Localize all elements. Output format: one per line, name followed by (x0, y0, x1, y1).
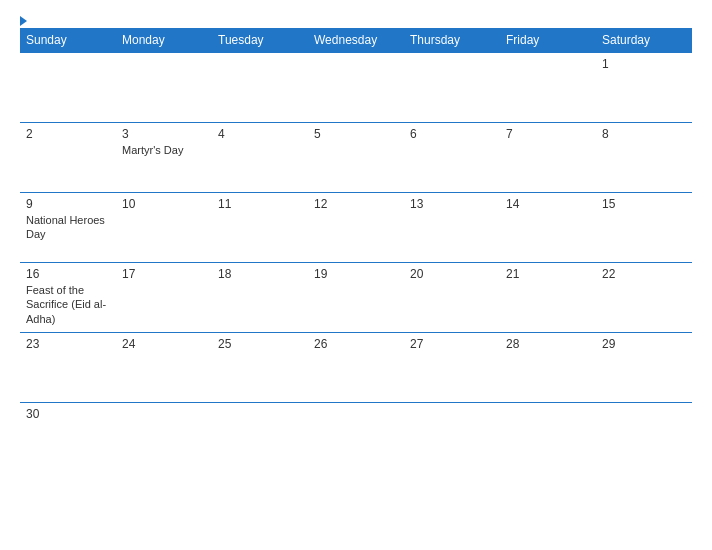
day-number: 22 (602, 267, 686, 281)
logo (20, 16, 29, 26)
calendar-cell (308, 53, 404, 123)
day-number: 26 (314, 337, 398, 351)
weekday-header-monday: Monday (116, 28, 212, 53)
calendar-cell: 28 (500, 333, 596, 403)
calendar-cell: 19 (308, 263, 404, 333)
day-number: 4 (218, 127, 302, 141)
day-number: 13 (410, 197, 494, 211)
day-number: 16 (26, 267, 110, 281)
calendar-cell: 5 (308, 123, 404, 193)
event-text: Martyr's Day (122, 144, 183, 156)
weekday-header-row: SundayMondayTuesdayWednesdayThursdayFrid… (20, 28, 692, 53)
week-row-4: 16Feast of the Sacrifice (Eid al-Adha)17… (20, 263, 692, 333)
weekday-header-friday: Friday (500, 28, 596, 53)
calendar-cell: 1 (596, 53, 692, 123)
week-row-6: 30 (20, 403, 692, 473)
calendar-cell: 21 (500, 263, 596, 333)
weekday-header-tuesday: Tuesday (212, 28, 308, 53)
day-number: 12 (314, 197, 398, 211)
calendar-cell: 9National Heroes Day (20, 193, 116, 263)
week-row-5: 23242526272829 (20, 333, 692, 403)
day-number: 1 (602, 57, 686, 71)
day-number: 8 (602, 127, 686, 141)
calendar-cell: 23 (20, 333, 116, 403)
calendar-cell (404, 403, 500, 473)
day-number: 30 (26, 407, 110, 421)
calendar-cell (212, 53, 308, 123)
weekday-header-wednesday: Wednesday (308, 28, 404, 53)
calendar-cell (116, 53, 212, 123)
calendar-cell: 13 (404, 193, 500, 263)
day-number: 28 (506, 337, 590, 351)
weekday-header-thursday: Thursday (404, 28, 500, 53)
day-number: 25 (218, 337, 302, 351)
day-number: 29 (602, 337, 686, 351)
calendar-cell: 20 (404, 263, 500, 333)
calendar-cell: 27 (404, 333, 500, 403)
calendar-cell (20, 53, 116, 123)
day-number: 15 (602, 197, 686, 211)
calendar-cell: 15 (596, 193, 692, 263)
logo-blue-text (20, 16, 29, 26)
calendar-cell (212, 403, 308, 473)
day-number: 18 (218, 267, 302, 281)
calendar-cell (500, 53, 596, 123)
calendar-cell: 10 (116, 193, 212, 263)
calendar-cell: 22 (596, 263, 692, 333)
calendar-cell: 4 (212, 123, 308, 193)
day-number: 21 (506, 267, 590, 281)
week-row-1: 1 (20, 53, 692, 123)
calendar-cell: 17 (116, 263, 212, 333)
weekday-header-sunday: Sunday (20, 28, 116, 53)
calendar-cell (500, 403, 596, 473)
day-number: 24 (122, 337, 206, 351)
calendar-cell: 7 (500, 123, 596, 193)
event-text: National Heroes Day (26, 214, 105, 240)
day-number: 3 (122, 127, 206, 141)
calendar-table: SundayMondayTuesdayWednesdayThursdayFrid… (20, 28, 692, 473)
day-number: 10 (122, 197, 206, 211)
day-number: 9 (26, 197, 110, 211)
calendar-cell: 29 (596, 333, 692, 403)
calendar-cell: 14 (500, 193, 596, 263)
week-row-3: 9National Heroes Day101112131415 (20, 193, 692, 263)
calendar-cell: 2 (20, 123, 116, 193)
day-number: 23 (26, 337, 110, 351)
day-number: 14 (506, 197, 590, 211)
day-number: 11 (218, 197, 302, 211)
day-number: 19 (314, 267, 398, 281)
day-number: 27 (410, 337, 494, 351)
day-number: 20 (410, 267, 494, 281)
calendar-cell: 8 (596, 123, 692, 193)
calendar-cell: 30 (20, 403, 116, 473)
calendar-cell (308, 403, 404, 473)
calendar-cell: 11 (212, 193, 308, 263)
calendar-cell: 26 (308, 333, 404, 403)
calendar-cell: 3Martyr's Day (116, 123, 212, 193)
day-number: 17 (122, 267, 206, 281)
day-number: 5 (314, 127, 398, 141)
day-number: 2 (26, 127, 110, 141)
calendar-cell (116, 403, 212, 473)
calendar-cell: 24 (116, 333, 212, 403)
calendar-cell: 18 (212, 263, 308, 333)
week-row-2: 23Martyr's Day45678 (20, 123, 692, 193)
day-number: 7 (506, 127, 590, 141)
calendar-cell (404, 53, 500, 123)
calendar-cell: 25 (212, 333, 308, 403)
calendar-cell: 16Feast of the Sacrifice (Eid al-Adha) (20, 263, 116, 333)
calendar-container: SundayMondayTuesdayWednesdayThursdayFrid… (0, 0, 712, 550)
logo-triangle-icon (20, 16, 27, 26)
day-number: 6 (410, 127, 494, 141)
event-text: Feast of the Sacrifice (Eid al-Adha) (26, 284, 106, 325)
calendar-cell (596, 403, 692, 473)
calendar-cell: 6 (404, 123, 500, 193)
weekday-header-saturday: Saturday (596, 28, 692, 53)
calendar-cell: 12 (308, 193, 404, 263)
